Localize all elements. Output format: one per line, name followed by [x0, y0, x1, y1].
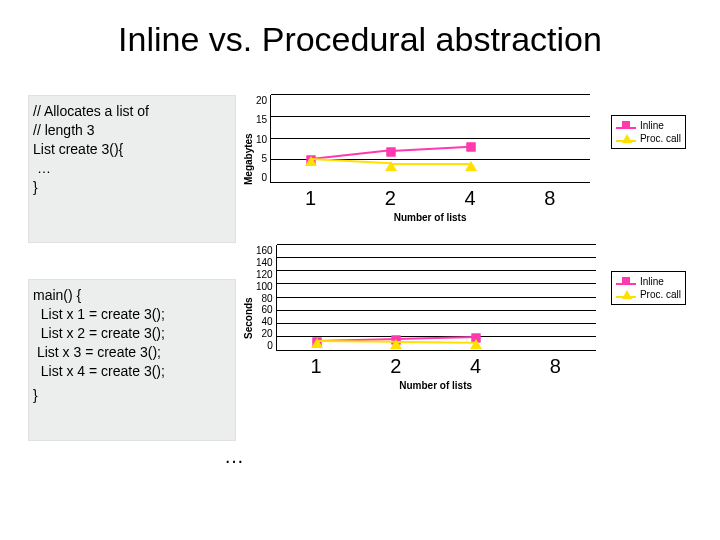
- y-tick-label: 140: [256, 257, 273, 268]
- x-tick-label: 2: [356, 355, 436, 378]
- code-line: }: [33, 178, 231, 197]
- x-tick-label: 2: [350, 187, 430, 210]
- y-tick-label: 10: [256, 134, 267, 145]
- code-line: // length 3: [33, 121, 231, 140]
- triangle-marker-icon: [465, 161, 477, 171]
- y-tick-label: 0: [256, 340, 273, 351]
- y-tick-label: 60: [256, 304, 273, 315]
- triangle-marker-icon: [470, 339, 482, 349]
- x-ticks: 1248: [270, 187, 590, 210]
- code-line: // Allocates a list of: [33, 102, 231, 121]
- code-line: List x 1 = create 3();: [33, 305, 231, 324]
- x-axis-label: Number of lists: [270, 212, 590, 223]
- page-title: Inline vs. Procedural abstraction: [28, 20, 692, 59]
- y-tick-label: 160: [256, 245, 273, 256]
- x-ticks: 1248: [276, 355, 596, 378]
- y-tick-label: 0: [256, 172, 267, 183]
- y-tick-label: 15: [256, 114, 267, 125]
- y-tick-label: 80: [256, 293, 273, 304]
- legend-label: Proc. call: [640, 132, 681, 145]
- code-line: List x 2 = create 3();: [33, 324, 231, 343]
- chart-legend: Inline Proc. call: [611, 271, 686, 305]
- x-tick-label: 8: [510, 187, 590, 210]
- legend-proc-call: Proc. call: [616, 288, 681, 301]
- code-line: main() {: [33, 286, 231, 305]
- x-tick-label: 8: [515, 355, 595, 378]
- y-tick-label: 100: [256, 281, 273, 292]
- x-tick-label: 4: [430, 187, 510, 210]
- plot-area: [270, 95, 590, 183]
- legend-label: Inline: [640, 275, 664, 288]
- legend-label: Proc. call: [640, 288, 681, 301]
- y-axis-label: Megabytes: [240, 95, 256, 223]
- code-column: // Allocates a list of // length 3 List …: [28, 95, 236, 441]
- charts-column: Megabytes 20151050 1248 Number of lists …: [240, 95, 692, 441]
- y-axis-label: Seconds: [240, 245, 256, 391]
- code-block-main: main() { List x 1 = create 3(); List x 2…: [28, 279, 236, 441]
- code-line: List x 4 = create 3();: [33, 362, 231, 381]
- legend-inline: Inline: [616, 275, 681, 288]
- legend-label: Inline: [640, 119, 664, 132]
- x-tick-label: 1: [276, 355, 356, 378]
- chart-megabytes: Megabytes 20151050 1248 Number of lists …: [240, 95, 692, 223]
- x-axis-label: Number of lists: [276, 380, 596, 391]
- legend-inline: Inline: [616, 119, 681, 132]
- code-line: List x 3 = create 3();: [33, 343, 231, 362]
- legend-proc-call: Proc. call: [616, 132, 681, 145]
- ellipsis: …: [224, 445, 244, 468]
- chart-legend: Inline Proc. call: [611, 115, 686, 149]
- code-line: List create 3(){: [33, 140, 231, 159]
- plot-area: [276, 245, 596, 351]
- y-tick-label: 5: [256, 153, 267, 164]
- chart-seconds: Seconds 160140120100806040200 1248 Numbe…: [240, 245, 692, 391]
- y-tick-label: 20: [256, 95, 267, 106]
- content-area: // Allocates a list of // length 3 List …: [28, 95, 692, 441]
- code-line: }: [33, 386, 231, 405]
- code-block-create3: // Allocates a list of // length 3 List …: [28, 95, 236, 243]
- x-tick-label: 4: [436, 355, 516, 378]
- square-marker-icon: [466, 143, 475, 152]
- y-tick-label: 40: [256, 316, 273, 327]
- y-tick-label: 20: [256, 328, 273, 339]
- code-line: …: [33, 159, 231, 178]
- y-ticks: 160140120100806040200: [256, 245, 276, 351]
- y-tick-label: 120: [256, 269, 273, 280]
- y-ticks: 20151050: [256, 95, 270, 183]
- x-tick-label: 1: [271, 187, 351, 210]
